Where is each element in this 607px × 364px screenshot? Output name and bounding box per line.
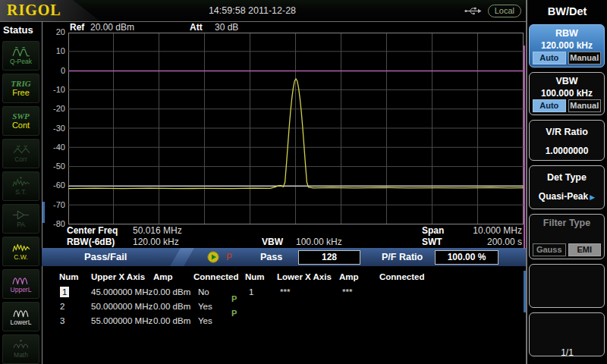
center-freq-label: Center Freq <box>67 225 118 236</box>
col-header-0: Num <box>59 271 79 282</box>
corr-icon <box>12 144 30 155</box>
softkey-label: Det Type <box>530 172 604 183</box>
menu-title: BW/Det <box>527 2 607 21</box>
trig-mode-label: TRIG <box>11 79 30 88</box>
swt-value: 200.00 s <box>421 237 522 247</box>
pf-ratio-label: P/F Ratio <box>382 252 423 262</box>
col-header-1: Upper X Axis <box>91 271 145 282</box>
col-header-4: Num <box>245 271 265 282</box>
cell-0[interactable]: 3 <box>60 315 64 326</box>
upperl-label: UpperL <box>11 286 32 293</box>
softkey-value: 1.0000000 <box>546 146 589 156</box>
softkey-value: 100.000 kHz <box>541 88 593 99</box>
option-auto[interactable]: Auto <box>533 52 566 64</box>
brand-plate: RIGOL <box>0 0 100 21</box>
status-item-lowerl: LowerL <box>2 302 39 331</box>
y-tick--80: -80 <box>42 219 65 229</box>
softkey-label: Filter Type <box>530 218 604 228</box>
cw-icon <box>12 242 30 253</box>
y-tick-10: 10 <box>42 46 65 56</box>
col-header-3: Connected <box>193 271 238 282</box>
swp-mode-label: SWP <box>12 111 30 121</box>
cell-3[interactable]: Yes <box>198 301 212 312</box>
status-item-st: S.T. <box>2 171 39 201</box>
spectrum-trace-plot <box>68 33 524 224</box>
cell-2[interactable]: 0.00 dBm <box>153 315 190 326</box>
col-header-2: Amp <box>153 271 173 282</box>
cell-2[interactable]: *** <box>342 287 352 297</box>
ref-level-label: Ref <box>70 22 84 33</box>
pa-icon <box>12 209 30 220</box>
qpeak-label: Q-Peak <box>10 58 32 65</box>
submenu-arrow-icon: ▶ <box>590 193 595 201</box>
pass-count-value: 128 <box>298 250 360 265</box>
softkey-vbw[interactable]: VBW100.000 kHzAutoManual <box>529 72 605 115</box>
upper-limit-row-3[interactable]: 355.000000 MHz0.00 dBmYes <box>42 315 526 328</box>
option-emi[interactable]: EMI <box>568 243 602 256</box>
limit-edit-table: NumUpper X AxisAmpConnectedNumLower X Ax… <box>42 267 526 364</box>
status-item-corr: Corr <box>2 139 39 168</box>
softkey-label: RBW <box>530 28 604 39</box>
softkey-value: Quasi-Peak <box>539 191 588 202</box>
softkey-buttons: RBW120.000 kHzAutoManualVBW100.000 kHzAu… <box>529 24 605 356</box>
magenta-edge-strip <box>524 46 525 249</box>
play-icon <box>207 251 219 263</box>
lowerl-label: LowerL <box>11 318 32 326</box>
softkey-filter-type[interactable]: Filter TypeGaussEMI <box>529 214 605 259</box>
option-manual[interactable]: Manual <box>568 52 602 64</box>
segment-pass-mark-2: P <box>231 309 237 318</box>
cw-label: C.W. <box>14 253 27 261</box>
math-label: Math <box>14 351 28 359</box>
cell-0[interactable]: 1 <box>249 287 253 297</box>
cell-1[interactable]: *** <box>280 287 290 297</box>
menu-page-indicator: 1/1 <box>527 347 607 358</box>
attenuation-label: Att <box>190 22 203 33</box>
pass-count-label: Pass <box>260 252 282 262</box>
col-header-7: Connected <box>379 271 424 282</box>
lower-limit-row-1[interactable]: 1****** <box>42 287 526 299</box>
cell-2[interactable]: 0.00 dBm <box>153 301 190 312</box>
status-item-cw: C.W. <box>2 237 39 266</box>
softkey-menu: BW/Det RBW120.000 kHzAutoManualVBW100.00… <box>527 0 607 364</box>
softkey-rbw[interactable]: RBW120.000 kHzAutoManual <box>529 24 605 67</box>
option-auto[interactable]: Auto <box>533 99 566 112</box>
upper-limit-row-2[interactable]: 250.000000 MHz0.00 dBmYes <box>42 301 526 313</box>
top-status-bar: RIGOL 14:59:58 2011-12-28 Local <box>0 0 526 22</box>
option-manual[interactable]: Manual <box>568 99 602 112</box>
segment-pass-mark-1: P <box>231 294 237 303</box>
swp-state-label: Cont <box>12 121 30 130</box>
option-gauss[interactable]: Gauss <box>533 243 566 256</box>
cell-1[interactable]: 50.000000 MHz <box>91 301 153 312</box>
usb-icon <box>464 6 483 16</box>
softkey-label: V/R Ratio <box>530 127 604 137</box>
table-header-row: NumUpper X AxisAmpConnectedNumLower X Ax… <box>42 271 526 284</box>
status-title: Status <box>0 21 42 36</box>
y-tick-0: 0 <box>42 66 65 76</box>
y-tick--70: -70 <box>42 200 65 210</box>
softkey-det-type[interactable]: Det TypeQuasi-Peak▶ <box>529 165 605 209</box>
status-item-swp: SWPCont <box>2 106 39 136</box>
pass-fail-bar: Pass/Fail P Pass 128 P/F Ratio 100.00 % <box>42 248 526 266</box>
y-tick--20: -20 <box>42 104 65 114</box>
status-item-upperl: UpperL <box>2 269 39 299</box>
y-tick--60: -60 <box>42 180 65 190</box>
col-header-5: Lower X Axis <box>277 271 332 282</box>
y-tick--30: -30 <box>42 124 65 133</box>
span-value: 10.000 MHz <box>421 225 522 236</box>
cell-3[interactable]: Yes <box>198 315 212 326</box>
banner-diagonal <box>170 248 194 266</box>
pass-fail-title: Pass/Fail <box>84 251 127 262</box>
pa-label: PA <box>17 221 25 228</box>
y-tick--10: -10 <box>42 85 65 95</box>
softkey-vr-ratio[interactable]: V/R Ratio1.0000000 <box>529 120 605 161</box>
y-tick--40: -40 <box>42 143 65 152</box>
st-icon <box>12 177 30 187</box>
pass-status-letter: P <box>226 252 232 262</box>
status-sidebar: Status Q-PeakTRIGFreeSWPContCorrS.T.PAC.… <box>0 21 42 364</box>
rigol-logo: RIGOL <box>7 2 61 19</box>
rbw-label: RBW(-6dB) <box>67 237 115 247</box>
ref-level-value: 20.00 dBm <box>90 22 134 33</box>
cell-1[interactable]: 55.000000 MHz <box>91 315 153 326</box>
status-items: Q-PeakTRIGFreeSWPContCorrS.T.PAC.W.Upper… <box>0 36 42 364</box>
cell-0[interactable]: 2 <box>60 301 64 312</box>
